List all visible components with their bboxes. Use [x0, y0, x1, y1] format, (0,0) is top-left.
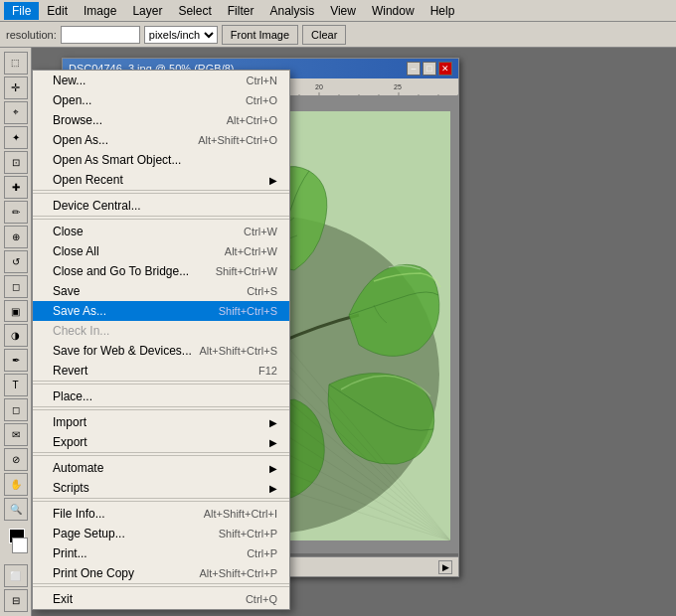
menu-item-open-as-shortcut: Alt+Shift+Ctrl+O: [198, 134, 277, 146]
screen-mode[interactable]: ⊟: [4, 589, 28, 612]
front-image-button[interactable]: Front Image: [222, 25, 298, 45]
menu-item-print[interactable]: Print... Ctrl+P: [33, 543, 289, 563]
tool-pen[interactable]: ✒: [4, 349, 28, 372]
background-color[interactable]: [12, 538, 28, 552]
menu-item-device-central-label: Device Central...: [53, 199, 141, 213]
menu-item-print-one-copy-label: Print One Copy: [53, 566, 134, 580]
separator-1: [33, 193, 289, 194]
menu-item-open-recent-arrow: ▶: [269, 175, 277, 186]
menu-item-check-in: Check In...: [33, 321, 289, 341]
tool-move[interactable]: ✛: [4, 77, 28, 99]
menu-item-revert[interactable]: Revert F12: [33, 361, 289, 381]
tool-brush[interactable]: ✏: [4, 201, 28, 224]
layer-menu-item[interactable]: Layer: [124, 2, 170, 20]
menu-item-print-one-copy[interactable]: Print One Copy Alt+Shift+Ctrl+P: [33, 563, 289, 583]
tool-gradient[interactable]: ▣: [4, 300, 28, 323]
menu-item-file-info[interactable]: File Info... Alt+Shift+Ctrl+I: [33, 504, 289, 524]
tool-clone[interactable]: ⊕: [4, 226, 28, 248]
file-menu-section-6: Automate ▶ Scripts ▶: [33, 458, 289, 499]
tool-eyedropper[interactable]: ⊘: [4, 448, 28, 471]
tool-shape[interactable]: ◻: [4, 398, 28, 421]
menu-item-automate-arrow: ▶: [269, 463, 277, 474]
menu-item-automate[interactable]: Automate ▶: [33, 458, 289, 478]
separator-4: [33, 409, 289, 410]
menu-item-print-one-copy-shortcut: Alt+Shift+Ctrl+P: [199, 567, 277, 579]
menu-item-browse[interactable]: Browse... Alt+Ctrl+O: [33, 110, 289, 130]
window-close-button[interactable]: ✕: [438, 62, 452, 76]
file-menu-section-3: Close Ctrl+W Close All Alt+Ctrl+W Close …: [33, 222, 289, 382]
menu-item-scripts[interactable]: Scripts ▶: [33, 478, 289, 498]
menu-item-save-web[interactable]: Save for Web & Devices... Alt+Shift+Ctrl…: [33, 341, 289, 361]
menu-item-device-central[interactable]: Device Central...: [33, 196, 289, 216]
image-menu-item[interactable]: Image: [76, 2, 124, 20]
file-menu-section-8: Exit Ctrl+Q: [33, 589, 289, 609]
menu-item-open-shortcut: Ctrl+O: [246, 94, 277, 106]
menu-item-export[interactable]: Export ▶: [33, 432, 289, 452]
menu-item-save-as-shortcut: Shift+Ctrl+S: [219, 305, 277, 317]
menu-item-place[interactable]: Place...: [33, 386, 289, 406]
menu-item-save-shortcut: Ctrl+S: [247, 285, 277, 297]
menu-item-browse-label: Browse...: [53, 113, 102, 127]
tool-hand[interactable]: ✋: [4, 473, 28, 496]
window-menu-item[interactable]: Window: [364, 2, 422, 20]
toolbar: resolution: pixels/inch Front Image Clea…: [0, 22, 676, 48]
menu-item-new[interactable]: New... Ctrl+N: [33, 71, 289, 90]
filter-menu-item[interactable]: Filter: [220, 2, 262, 20]
menu-item-open-smart-object[interactable]: Open As Smart Object...: [33, 150, 289, 170]
tool-heal[interactable]: ✚: [4, 176, 28, 199]
menu-item-open-as[interactable]: Open As... Alt+Shift+Ctrl+O: [33, 130, 289, 150]
menu-item-close-label: Close: [53, 225, 84, 238]
window-controls: – □ ✕: [407, 62, 452, 76]
menu-bar: File Edit Image Layer Select Filter Anal…: [0, 0, 676, 22]
menu-item-new-label: New...: [53, 74, 85, 87]
tool-magic-wand[interactable]: ✦: [4, 126, 28, 149]
tool-crop[interactable]: ⊡: [4, 151, 28, 174]
tool-notes[interactable]: ✉: [4, 423, 28, 446]
view-menu-item[interactable]: View: [322, 2, 364, 20]
menu-item-page-setup[interactable]: Page Setup... Shift+Ctrl+P: [33, 524, 289, 543]
menu-item-close-shortcut: Ctrl+W: [244, 226, 277, 237]
window-maximize-button[interactable]: □: [422, 62, 436, 76]
file-menu-section-7: File Info... Alt+Shift+Ctrl+I Page Setup…: [33, 504, 289, 584]
resolution-input[interactable]: [61, 26, 140, 44]
menu-item-open-recent[interactable]: Open Recent ▶: [33, 170, 289, 190]
separator-6: [33, 501, 289, 502]
select-menu-item[interactable]: Select: [170, 2, 219, 20]
menu-item-place-label: Place...: [53, 389, 92, 403]
menu-item-save-web-label: Save for Web & Devices...: [53, 344, 192, 358]
menu-item-close-all[interactable]: Close All Alt+Ctrl+W: [33, 241, 289, 261]
menu-item-save[interactable]: Save Ctrl+S: [33, 281, 289, 301]
tool-lasso[interactable]: ⌖: [4, 101, 28, 124]
resolution-unit-select[interactable]: pixels/inch: [144, 26, 218, 44]
tool-marquee[interactable]: ⬚: [4, 52, 28, 75]
edit-mode[interactable]: ⬜: [4, 564, 28, 587]
menu-item-close-all-shortcut: Alt+Ctrl+W: [225, 245, 277, 257]
tool-dodge[interactable]: ◑: [4, 324, 28, 347]
menu-item-export-arrow: ▶: [269, 437, 277, 448]
menu-item-print-label: Print...: [53, 546, 87, 560]
tool-type[interactable]: T: [4, 374, 28, 396]
menu-item-revert-shortcut: F12: [258, 365, 277, 377]
menu-item-import-label: Import: [53, 415, 86, 429]
tool-history[interactable]: ↺: [4, 250, 28, 273]
help-menu-item[interactable]: Help: [422, 2, 463, 20]
tool-zoom[interactable]: 🔍: [4, 498, 28, 521]
menu-item-file-info-label: File Info...: [53, 507, 105, 521]
tool-eraser[interactable]: ◻: [4, 275, 28, 298]
menu-item-import[interactable]: Import ▶: [33, 412, 289, 432]
menu-item-file-info-shortcut: Alt+Shift+Ctrl+I: [204, 508, 277, 520]
file-menu-section-2: Device Central...: [33, 196, 289, 217]
window-minimize-button[interactable]: –: [407, 62, 421, 76]
menu-item-open[interactable]: Open... Ctrl+O: [33, 90, 289, 110]
menu-item-close-go-bridge[interactable]: Close and Go To Bridge... Shift+Ctrl+W: [33, 261, 289, 281]
scroll-right-button[interactable]: ▶: [438, 560, 452, 574]
menu-item-exit[interactable]: Exit Ctrl+Q: [33, 589, 289, 609]
menu-item-close[interactable]: Close Ctrl+W: [33, 222, 289, 241]
menu-item-save-as[interactable]: Save As... Shift+Ctrl+S: [33, 301, 289, 321]
menu-item-print-shortcut: Ctrl+P: [247, 547, 277, 559]
clear-button[interactable]: Clear: [302, 25, 346, 45]
menu-item-revert-label: Revert: [53, 364, 87, 378]
file-menu-item[interactable]: File: [4, 2, 39, 20]
analysis-menu-item[interactable]: Analysis: [261, 2, 322, 20]
edit-menu-item[interactable]: Edit: [39, 2, 76, 20]
